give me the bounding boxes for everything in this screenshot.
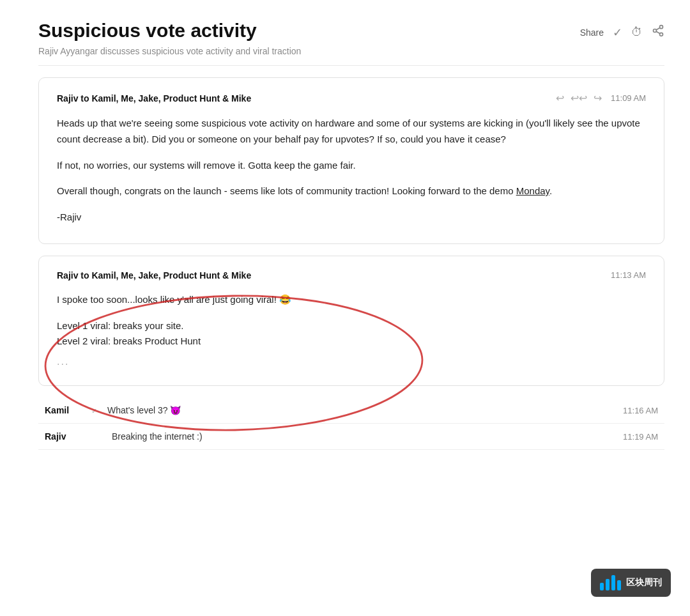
email-para-1-1: If not, no worries, our systems will rem… — [57, 158, 646, 174]
reply-text-1: Breaking the internet :) — [112, 431, 610, 442]
email-from-1: Rajiv to Kamil, Me, Jake, Product Hunt &… — [57, 93, 251, 104]
page-subtitle: Rajiv Ayyangar discusses suspicious vote… — [38, 46, 301, 56]
email-dots: ... — [57, 356, 646, 367]
share-alt-icon[interactable] — [652, 24, 664, 40]
email-para-2-1: Level 1 viral: breaks your site.Level 2 … — [57, 318, 646, 350]
email-header-1: Rajiv to Kamil, Me, Jake, Product Hunt &… — [57, 92, 646, 104]
email-time-1: 11:09 AM — [611, 93, 646, 103]
email-para-1-2: Overall though, congrats on the launch -… — [57, 183, 646, 199]
email-from-2: Rajiv to Kamil, Me, Jake, Product Hunt &… — [57, 270, 251, 281]
header-area: Suspicious vote activity Rajiv Ayyangar … — [38, 13, 664, 56]
email-card-2: Rajiv to Kamil, Me, Jake, Product Hunt &… — [38, 256, 664, 386]
clock-icon[interactable]: ⏱ — [631, 26, 643, 39]
title-section: Suspicious vote activity Rajiv Ayyangar … — [38, 19, 301, 56]
replies-section: Kamil ✓ What's level 3? 😈 11:16 AM Rajiv… — [38, 397, 664, 450]
email-time-2: 11:13 AM — [611, 270, 646, 280]
watermark: 区块周刊 — [591, 569, 671, 597]
email-actions-1: ↩ ↩↩ ↪ 11:09 AM — [556, 92, 646, 104]
email-header-2: Rajiv to Kamil, Me, Jake, Product Hunt &… — [57, 270, 646, 281]
reply-row-0: Kamil ✓ What's level 3? 😈 11:16 AM — [38, 397, 664, 424]
reply-author-1: Rajiv — [45, 431, 89, 442]
checkmark-icon[interactable]: ✓ — [613, 26, 622, 40]
header-actions: Share ✓ ⏱ — [580, 19, 664, 40]
svg-line-4 — [656, 27, 660, 29]
reply-row-1: Rajiv Breaking the internet :) 11:19 AM — [38, 424, 664, 450]
reply-check-icon-0: ✓ — [91, 407, 97, 415]
watermark-icon — [600, 575, 621, 590]
email-body-1: Heads up that we're seeing some suspicio… — [57, 116, 646, 226]
header-divider — [38, 65, 664, 66]
reply-author-0: Kamil — [45, 405, 89, 415]
svg-line-3 — [656, 31, 660, 33]
page-container: Suspicious vote activity Rajiv Ayyangar … — [0, 0, 690, 475]
email-para-1-0: Heads up that we're seeing some suspicio… — [57, 116, 646, 148]
reply-text-0: What's level 3? 😈 — [107, 405, 610, 415]
reply-icon[interactable]: ↩ — [556, 92, 564, 104]
watermark-label: 区块周刊 — [626, 577, 662, 589]
email-para-2-0: I spoke too soon...looks like y'all are … — [57, 292, 646, 308]
reply-all-icon[interactable]: ↩↩ — [571, 92, 587, 104]
email-para-1-3: -Rajiv — [57, 210, 646, 226]
page-title: Suspicious vote activity — [38, 19, 301, 42]
email-body-2: I spoke too soon...looks like y'all are … — [57, 292, 646, 350]
reply-time-1: 11:19 AM — [623, 432, 658, 442]
monday-underline: Monday — [516, 185, 549, 196]
reply-time-0: 11:16 AM — [623, 406, 658, 415]
email-card-1: Rajiv to Kamil, Me, Jake, Product Hunt &… — [38, 77, 664, 244]
forward-icon[interactable]: ↪ — [594, 92, 602, 104]
share-button[interactable]: Share — [580, 27, 604, 38]
